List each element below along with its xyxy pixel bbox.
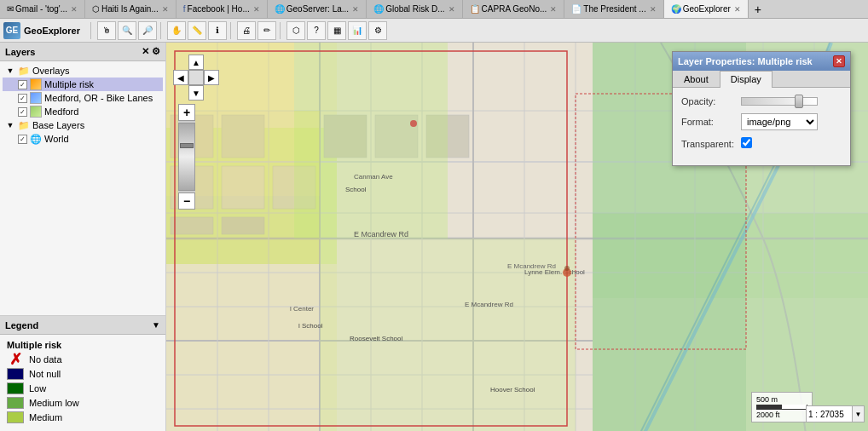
tab-capra[interactable]: 📋 CAPRA GeoNo... ✕ (463, 0, 565, 19)
dialog-row-format: Format: image/png image/jpeg image/gif (681, 113, 842, 130)
legend-label-medium: Medium (29, 412, 62, 422)
legend-item-low: Low (7, 382, 159, 394)
layers-tree: ▼ 📁 Overlays Multiple risk Medford, OR -… (0, 61, 165, 315)
tree-expander-base-layers[interactable]: ▼ (4, 119, 16, 131)
pan-north-button[interactable]: ▲ (188, 55, 204, 70)
legend-item-medium: Medium (7, 411, 159, 423)
toolbar-separator-1 (90, 22, 94, 39)
chart-button[interactable]: 📊 (348, 21, 367, 40)
select-feature-button[interactable]: ⬡ (286, 21, 305, 40)
layers-remove-icon[interactable]: ✕ (142, 46, 149, 57)
zoom-level-dropdown[interactable]: ▼ (853, 405, 865, 422)
tab-president[interactable]: 📄 The President ... ✕ (564, 0, 663, 19)
new-tab-button[interactable]: + (749, 0, 767, 19)
tree-node-world[interactable]: 🌐 World (3, 132, 163, 146)
zoom-in-button[interactable]: 🔍 (118, 21, 136, 40)
checkbox-world[interactable] (18, 135, 27, 144)
tab-geoserver[interactable]: 🌐 GeoServer: La... ✕ (268, 0, 367, 19)
pan-west-button[interactable]: ◀ (173, 70, 188, 85)
tab-close-geoserver[interactable]: ✕ (352, 5, 359, 14)
tab-close-globalrisk[interactable]: ✕ (448, 5, 455, 14)
checkbox-medford[interactable] (18, 107, 27, 117)
pan-button[interactable]: ✋ (167, 21, 186, 40)
transparent-checkbox[interactable] (741, 137, 752, 148)
zoom-slider-thumb[interactable] (180, 143, 194, 148)
query-button[interactable]: ? (307, 21, 326, 40)
tree-expander-overlays[interactable]: ▼ (4, 65, 16, 77)
pan-controls: ▲ ◀ ▶ ▼ (173, 55, 219, 101)
tree-label-overlays: Overlays (32, 66, 69, 76)
edit-button[interactable]: ✏ (258, 21, 276, 40)
dialog-body: Opacity: Format: image/png image/jpeg (673, 88, 850, 165)
zoom-level-control: ▼ (806, 405, 865, 422)
svg-text:l Center: l Center (290, 305, 314, 313)
zoom-out-button[interactable]: 🔎 (138, 21, 157, 40)
measure-button[interactable]: 📏 (188, 21, 206, 40)
checkbox-bike-lanes[interactable] (18, 94, 27, 103)
tab-close-gmail[interactable]: ✕ (71, 5, 78, 14)
layers-settings-icon[interactable]: ⚙ (152, 46, 160, 57)
legend-swatch-not-null (7, 368, 24, 380)
identify-button[interactable]: ℹ (208, 21, 227, 40)
left-panel: Layers ✕ ⚙ ▼ 📁 Overlays Multiple risk (0, 43, 166, 431)
format-select[interactable]: image/png image/jpeg image/gif (741, 113, 818, 130)
dialog-row-opacity: Opacity: (681, 96, 842, 106)
tab-haiti[interactable]: ⬡ Haiti Is Again... ✕ (85, 0, 176, 19)
svg-text:E Mcandrew Rd: E Mcandrew Rd (465, 301, 513, 308)
dialog-opacity-control (741, 97, 842, 106)
tab-close-haiti[interactable]: ✕ (162, 5, 169, 14)
layer-icon-bike-lanes (30, 92, 42, 104)
tree-node-multiple-risk[interactable]: Multiple risk (3, 78, 163, 91)
svg-rect-39 (294, 43, 448, 238)
dialog-tabs: About Display (673, 71, 850, 88)
tree-node-bike-lanes[interactable]: Medford, OR - Bike Lanes (3, 91, 163, 105)
legend-label-low: Low (29, 383, 46, 394)
tab-close-facebook[interactable]: ✕ (253, 5, 260, 14)
legend-swatch-medium-low (7, 397, 24, 409)
dialog-tab-about[interactable]: About (673, 71, 720, 87)
scale-label-ft: 2000 ft (756, 411, 780, 419)
dialog-title: Layer Properties: Multiple risk (678, 56, 813, 66)
layers-button[interactable]: ▦ (327, 21, 346, 40)
pan-east-button[interactable]: ▶ (204, 70, 219, 85)
legend-content: Multiple risk ✗ No data Not null Low (0, 335, 165, 431)
zoom-buttons: + − (178, 104, 195, 210)
tree-node-medford[interactable]: Medford (3, 105, 163, 118)
tab-close-geoexplorer[interactable]: ✕ (734, 5, 741, 14)
tab-facebook[interactable]: f Facebook | Ho... ✕ (176, 0, 268, 19)
tree-label-world: World (44, 134, 69, 144)
tab-close-capra[interactable]: ✕ (550, 5, 557, 14)
zoom-level-input[interactable] (806, 405, 853, 422)
pan-south-button[interactable]: ▼ (188, 85, 204, 101)
zoom-slider[interactable] (178, 123, 195, 191)
map-container[interactable]: E Mcandrew Rd E Mcandrew Rd E Mcandrew R… (166, 43, 868, 431)
legend-item-no-data: ✗ No data (7, 353, 159, 365)
tab-gmail[interactable]: ✉ Gmail - 'tog'... ✕ (0, 0, 85, 19)
navigate-button[interactable]: 🖱 (97, 21, 116, 40)
tab-close-president[interactable]: ✕ (650, 5, 657, 14)
checkbox-multiple-risk[interactable] (18, 80, 27, 89)
dialog-tab-display[interactable]: Display (720, 71, 773, 88)
opacity-slider[interactable] (741, 97, 818, 106)
print-button[interactable]: 🖨 (237, 21, 256, 40)
toolbar-separator-4 (280, 22, 283, 39)
zoom-in-map-button[interactable]: + (178, 104, 195, 121)
legend-label-not-null: Not null (29, 369, 61, 379)
svg-text:Hoover School: Hoover School (490, 386, 535, 394)
settings-button[interactable]: ⚙ (368, 21, 387, 40)
tab-geoexplorer[interactable]: 🌍 GeoExplorer ✕ (664, 0, 749, 19)
toolbar-separator-3 (230, 22, 234, 39)
dialog-close-button[interactable]: ✕ (833, 55, 845, 67)
tree-label-medford: Medford (44, 106, 78, 117)
main-toolbar: GE GeoExplorer 🖱 🔍 🔎 ✋ 📏 ℹ 🖨 ✏ ⬡ ? ▦ 📊 ⚙ (0, 19, 868, 43)
opacity-slider-thumb[interactable] (795, 95, 803, 108)
tree-node-base-layers[interactable]: ▼ 📁 Base Layers (3, 118, 163, 132)
legend-collapse-button[interactable]: ▼ (152, 320, 160, 330)
zoom-out-map-button[interactable]: − (178, 193, 195, 210)
tree-node-overlays[interactable]: ▼ 📁 Overlays (3, 64, 163, 78)
tab-globalrisk[interactable]: 🌐 Global Risk D... ✕ (367, 0, 462, 19)
legend-swatch-medium (7, 411, 24, 423)
legend-x-icon: ✗ (7, 353, 24, 365)
tree-label-base-layers: Base Layers (32, 120, 84, 130)
toolbar-separator-2 (160, 22, 164, 39)
